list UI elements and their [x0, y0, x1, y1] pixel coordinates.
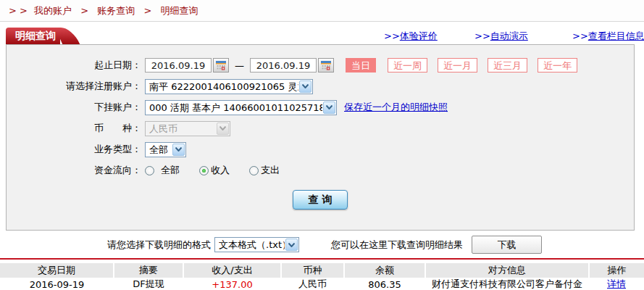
breadcrumb-separator: >: [80, 5, 88, 16]
tab-detail-query[interactable]: 明细查询: [6, 28, 60, 44]
download-format-select[interactable]: 文本格式（.txt）: [214, 237, 299, 252]
cell-transaction-date: 2016-09-19: [0, 278, 114, 290]
date-range-label: 起止日期：: [7, 59, 141, 72]
link-prefix: >>: [572, 30, 588, 41]
business-type-select[interactable]: 全部: [145, 142, 186, 157]
calendar-icon: [216, 61, 226, 70]
quick-range-quarter-button[interactable]: 近三月: [488, 58, 527, 72]
chevron-down-icon: [299, 80, 311, 93]
link-auto-demo[interactable]: >>自动演示: [474, 30, 528, 43]
register-account-select[interactable]: 南平 6222001406100921065 灵通卡: [145, 79, 313, 94]
breadcrumb: > > 我的账户 > 账务查询 > 明细查询: [0, 0, 644, 22]
link-label: 查看栏目信息: [588, 30, 644, 41]
link-experience-evaluation[interactable]: >>体验评价: [384, 30, 438, 43]
header-action: 操作: [589, 263, 644, 278]
link-label: 自动演示: [490, 30, 528, 41]
breadcrumb-arrows: > >: [9, 5, 28, 16]
date-range-separator: —: [235, 60, 244, 71]
query-form-panel: 起止日期： —: [6, 44, 635, 231]
date-range-row: 起止日期： —: [7, 57, 634, 73]
fund-flow-option-income[interactable]: 收入: [211, 164, 230, 177]
register-account-value: 南平 6222001406100921065 灵通卡: [146, 80, 298, 94]
sub-account-select[interactable]: 000 活期 基本户 1406600101102571848: [145, 100, 337, 115]
header-balance: 余额: [344, 263, 425, 278]
end-date-input[interactable]: [250, 58, 317, 72]
sub-account-value: 000 活期 基本户 1406600101102571848: [146, 101, 322, 115]
cell-summary: DF提现: [114, 278, 183, 290]
currency-row: 币 种： 人民币: [7, 120, 634, 136]
chevron-down-icon: [217, 123, 229, 135]
header-summary: 摘要: [114, 263, 183, 278]
download-row: 请您选择下载明细的格式 文本格式（.txt） 您可以在这里下载查询明细结果 下载: [107, 236, 644, 254]
fund-flow-radio-all[interactable]: [145, 166, 154, 175]
detail-link[interactable]: 详情: [607, 278, 626, 289]
fund-flow-option-all[interactable]: 全部: [161, 164, 180, 177]
cell-currency: 人民币: [281, 278, 344, 290]
tab-bar: 明细查询 >>体验评价 >>自动演示 >>查看栏目信息: [6, 28, 635, 44]
save-snapshot-link[interactable]: 保存近一个月的明细快照: [344, 101, 448, 114]
register-account-label: 请选择注册账户：: [7, 80, 141, 93]
sub-account-row: 下挂账户： 000 活期 基本户 1406600101102571848 保存近…: [7, 99, 634, 115]
start-date-calendar-button[interactable]: [213, 58, 229, 72]
chevron-down-icon: [323, 102, 335, 114]
quick-range-today-button[interactable]: 当日: [346, 58, 376, 72]
breadcrumb-item-detail-query[interactable]: 明细查询: [160, 5, 198, 16]
header-currency: 币种: [281, 263, 344, 278]
quick-range-year-button[interactable]: 近一年: [538, 58, 577, 72]
breadcrumb-item-account-query[interactable]: 账务查询: [97, 5, 135, 16]
breadcrumb-separator: >: [143, 5, 151, 16]
fund-flow-row: 资金流向： 全部 收入 支出: [7, 162, 634, 178]
link-view-column-info[interactable]: >>查看栏目信息: [572, 30, 644, 43]
download-format-value: 文本格式（.txt）: [215, 238, 285, 252]
sub-account-label: 下挂账户：: [7, 101, 141, 114]
register-account-row: 请选择注册账户： 南平 6222001406100921065 灵通卡: [7, 78, 634, 94]
cell-balance: 806.35: [344, 278, 425, 290]
fund-flow-option-expense[interactable]: 支出: [261, 164, 280, 177]
cell-amount: +137.00: [183, 278, 281, 290]
breadcrumb-item-my-account[interactable]: 我的账户: [34, 5, 72, 16]
download-button[interactable]: 下载: [472, 236, 542, 254]
currency-value: 人民币: [146, 122, 216, 136]
chevron-down-icon: [285, 239, 298, 251]
quick-range-week-button[interactable]: 近一周: [388, 58, 427, 72]
link-prefix: >>: [474, 30, 490, 41]
download-hint: 您可以在这里下载查询明细结果: [331, 239, 463, 252]
fund-flow-label: 资金流向：: [7, 164, 141, 177]
business-type-value: 全部: [146, 143, 172, 157]
table-top-divider: [0, 258, 644, 260]
fund-flow-radio-income[interactable]: [199, 166, 209, 175]
header-income-expense: 收入/支出: [183, 263, 281, 278]
cell-counterparty: 财付通支付科技有限公司客户备付金: [425, 278, 589, 290]
fund-flow-radio-expense[interactable]: [249, 166, 259, 175]
start-date-input[interactable]: [145, 58, 212, 72]
query-button-row: 查 询: [7, 190, 634, 210]
query-button[interactable]: 查 询: [293, 190, 348, 210]
currency-label: 币 种：: [7, 122, 141, 135]
quick-range-month-button[interactable]: 近一月: [438, 58, 477, 72]
header-transaction-date: 交易日期: [0, 263, 114, 278]
table-row: 2016-09-19 DF提现 +137.00 人民币 806.35 财付通支付…: [0, 278, 644, 290]
download-format-label: 请您选择下载明细的格式: [107, 239, 211, 252]
business-type-row: 业务类型： 全部: [7, 141, 634, 157]
currency-select-disabled: 人民币: [145, 121, 230, 136]
transaction-table: 交易日期 摘要 收入/支出 币种 余额 对方信息 操作 2016-09-19 D…: [0, 263, 644, 290]
end-date-calendar-button[interactable]: [318, 58, 334, 72]
chevron-down-icon: [172, 144, 185, 156]
business-type-label: 业务类型：: [7, 143, 141, 156]
link-prefix: >>: [384, 30, 400, 41]
table-header-row: 交易日期 摘要 收入/支出 币种 余额 对方信息 操作: [0, 263, 644, 278]
header-counterparty: 对方信息: [425, 263, 589, 278]
calendar-icon: [321, 61, 331, 70]
tab-title: 明细查询: [15, 30, 56, 41]
link-label: 体验评价: [400, 30, 438, 41]
